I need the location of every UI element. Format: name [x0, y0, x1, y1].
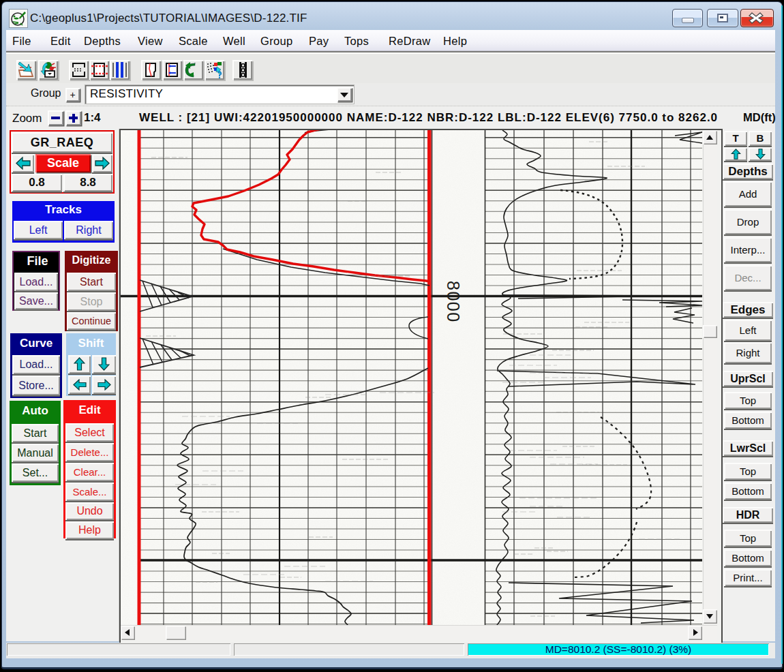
svg-text:8000: 8000 — [444, 281, 463, 323]
